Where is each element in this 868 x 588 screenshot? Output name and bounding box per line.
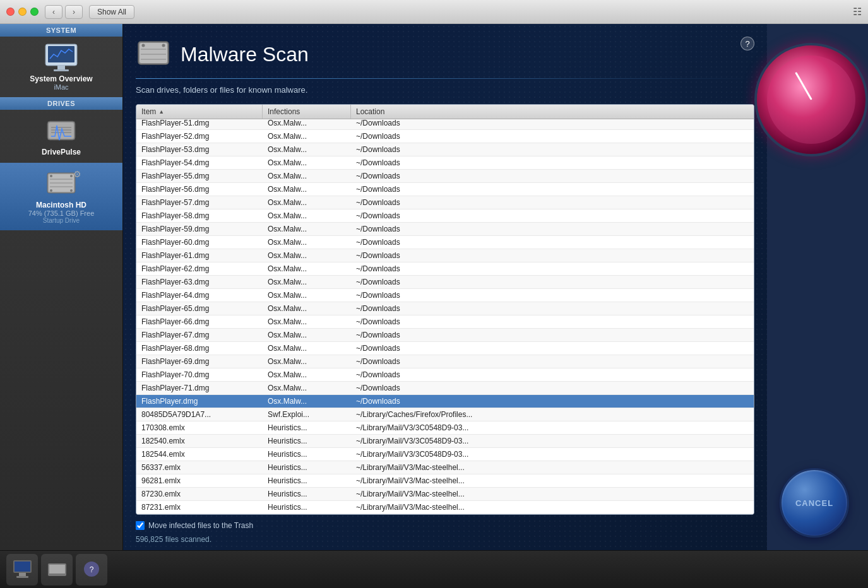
files-scanned-count: 596,825 files scanned. [136,535,754,544]
table-row[interactable]: FlashPlayer-52.dmgOsx.Malw...~/Downloads [136,130,754,143]
table-cell-item: 80485D5A79D1A7... [136,408,263,421]
table-row[interactable]: 80485D5A79D1A7...Swf.Exploi...~/Library/… [136,408,754,421]
table-cell-item: FlashPlayer-63.dmg [136,276,263,288]
table-cell-location: ~/Downloads [351,368,754,381]
table-row[interactable]: FlashPlayer-66.dmgOsx.Malw...~/Downloads [136,315,754,329]
drivepulse-icon [41,116,81,146]
svg-rect-1 [48,46,74,62]
table-row[interactable]: FlashPlayer-53.dmgOsx.Malw...~/Downloads [136,143,754,156]
table-cell-location: ~/Library/Mail/V3/3C0548D9-03... [351,421,754,434]
taskbar-item-3[interactable]: ? [76,554,107,585]
table-row[interactable]: 182540.emlxHeuristics...~/Library/Mail/V… [136,435,754,448]
column-header-item[interactable]: Item ▲ [136,105,263,119]
sort-arrow-icon: ▲ [158,109,164,115]
table-row[interactable]: 170308.emlxHeuristics...~/Library/Mail/V… [136,421,754,435]
table-cell-infections: Osx.Malw... [263,196,351,209]
table-cell-location: ~/Library/Mail/V3/Mac-steelhel... [351,474,754,487]
macintosh-hd-icon: ⚙ [41,169,81,199]
maximize-button[interactable] [30,8,39,16]
sidebar: SYSTEM System Overview iMac DRIVES [0,24,123,550]
trash-checkbox-label[interactable]: Move infected files to the Trash [136,521,253,530]
table-cell-location: ~/Downloads [351,262,754,275]
table-cell-infections: Heuristics... [263,461,351,474]
table-row[interactable]: FlashPlayer-61.dmgOsx.Malw...~/Downloads [136,249,754,262]
help-button[interactable]: ? [740,37,754,50]
svg-point-17 [70,189,73,192]
table-cell-location: ~/Downloads [351,315,754,328]
sidebar-item-macintosh-hd[interactable]: ⚙ Macintosh HD 74% (735.1 GB) F [0,163,122,230]
table-cell-item: FlashPlayer-57.dmg [136,196,263,209]
svg-rect-2 [57,66,65,69]
svg-rect-26 [15,562,30,572]
svg-rect-28 [16,576,28,578]
table-row[interactable]: FlashPlayer-69.dmgOsx.Malw...~/Downloads [136,355,754,368]
table-row[interactable]: 182544.emlxHeuristics...~/Library/Mail/V… [136,448,754,461]
table-row[interactable]: 87230.emlxHeuristics...~/Library/Mail/V3… [136,488,754,501]
table-row[interactable]: 87231.emlxHeuristics...~/Library/Mail/V3… [136,501,754,514]
trash-checkbox-text: Move infected files to the Trash [148,521,253,530]
table-cell-item: FlashPlayer-52.dmg [136,130,263,143]
table-cell-infections: Osx.Malw... [263,119,351,129]
cancel-button[interactable]: CANCEL [780,468,849,538]
trash-checkbox[interactable] [136,521,145,530]
table-cell-location: ~/Downloads [351,289,754,302]
table-row[interactable]: FlashPlayer-51.dmgOsx.Malw...~/Downloads [136,119,754,130]
imac-icon [41,43,81,73]
table-cell-location: ~/Downloads [351,183,754,196]
table-row[interactable]: FlashPlayer-57.dmgOsx.Malw...~/Downloads [136,196,754,209]
clock-circle [754,43,868,156]
svg-rect-27 [19,573,26,576]
table-cell-infections: Osx.Malw... [263,236,351,249]
scan-results-table: Item ▲ Infections Location FlashPlayer-5… [136,104,754,515]
table-cell-location: ~/Downloads [351,143,754,156]
table-cell-location: ~/Downloads [351,395,754,408]
table-cell-location: ~/Downloads [351,156,754,169]
table-row[interactable]: FlashPlayer-54.dmgOsx.Malw...~/Downloads [136,156,754,170]
system-overview-label: System Overview [30,74,92,83]
table-row[interactable]: FlashPlayer-55.dmgOsx.Malw...~/Downloads [136,170,754,183]
table-row[interactable]: FlashPlayer.dmgOsx.Malw...~/Downloads [136,395,754,408]
close-button[interactable] [6,8,15,16]
table-row[interactable]: FlashPlayer-67.dmgOsx.Malw...~/Downloads [136,329,754,342]
table-row[interactable]: 96281.emlxHeuristics...~/Library/Mail/V3… [136,474,754,488]
back-button[interactable]: ‹ [45,5,62,19]
taskbar-item-2[interactable] [41,554,73,585]
table-cell-item: FlashPlayer-69.dmg [136,355,263,368]
table-row[interactable]: FlashPlayer-62.dmgOsx.Malw...~/Downloads [136,262,754,276]
table-cell-location: ~/Library/Mail/V3/Mac-steelhel... [351,501,754,514]
table-row[interactable]: FlashPlayer-64.dmgOsx.Malw...~/Downloads [136,289,754,302]
clock-inner [767,56,855,144]
table-cell-infections: Osx.Malw... [263,355,351,368]
table-row[interactable]: FlashPlayer-71.dmgOsx.Malw...~/Downloads [136,382,754,395]
svg-point-16 [50,189,52,192]
table-row[interactable]: FlashPlayer-63.dmgOsx.Malw...~/Downloads [136,276,754,289]
table-row[interactable]: FlashPlayer-58.dmgOsx.Malw...~/Downloads [136,209,754,223]
minimize-button[interactable] [18,8,27,16]
table-row[interactable]: FlashPlayer-60.dmgOsx.Malw...~/Downloads [136,236,754,249]
table-cell-location: ~/Library/Caches/Firefox/Profiles... [351,408,754,421]
traffic-lights [6,8,39,16]
table-row[interactable]: FlashPlayer-68.dmgOsx.Malw...~/Downloads [136,342,754,355]
table-row[interactable]: FlashPlayer-59.dmgOsx.Malw...~/Downloads [136,223,754,236]
svg-rect-3 [54,69,69,71]
table-cell-item: 170308.emlx [136,421,263,434]
table-row[interactable]: FlashPlayer-65.dmgOsx.Malw...~/Downloads [136,302,754,315]
column-header-infections[interactable]: Infections [263,105,351,119]
table-row[interactable]: 56337.emlxHeuristics...~/Library/Mail/V3… [136,461,754,474]
sidebar-item-system-overview[interactable]: System Overview iMac [0,37,122,97]
clock-minute-hand [795,72,812,100]
show-all-button[interactable]: Show All [89,5,134,19]
table-row[interactable]: FlashPlayer-70.dmgOsx.Malw...~/Downloads [136,368,754,382]
taskbar-item-1[interactable] [6,554,38,585]
table-cell-item: FlashPlayer-61.dmg [136,249,263,262]
sidebar-item-drivepulse[interactable]: DrivePulse [0,110,122,163]
table-body[interactable]: FlashPlayer-51.dmgOsx.Malw...~/Downloads… [136,119,754,514]
table-cell-infections: Heuristics... [263,421,351,434]
table-cell-item: FlashPlayer-62.dmg [136,262,263,275]
svg-rect-30 [49,565,65,573]
table-cell-location: ~/Downloads [351,170,754,182]
forward-button[interactable]: › [65,5,83,19]
table-cell-infections: Osx.Malw... [263,183,351,196]
table-row[interactable]: FlashPlayer-56.dmgOsx.Malw...~/Downloads [136,183,754,196]
column-header-location[interactable]: Location [351,105,754,119]
